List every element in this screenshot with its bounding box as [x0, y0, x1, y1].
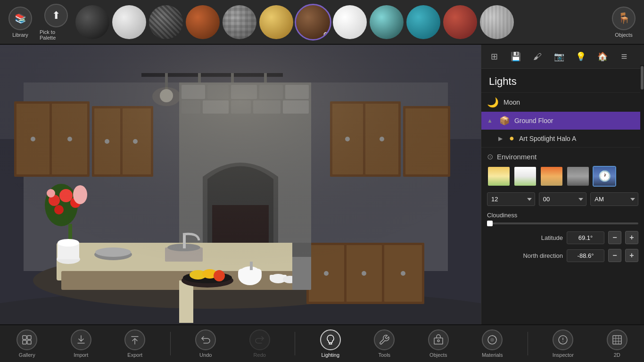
time-ampm-select[interactable]: AMPM: [590, 192, 638, 206]
redo-label: Redo: [254, 352, 266, 358]
art-spotlight-icon: ●: [509, 133, 514, 143]
light-item-moon[interactable]: 🌙 Moon: [481, 93, 644, 112]
latitude-input[interactable]: [567, 231, 604, 244]
material-sphere-7[interactable]: ⚙: [296, 5, 330, 39]
material-sphere-9[interactable]: [370, 5, 404, 39]
light-item-art-spotlight[interactable]: ▶ ● Art Spotlight Halo A: [481, 130, 644, 147]
svg-point-92: [490, 338, 494, 342]
env-sunset-visual: [541, 167, 562, 186]
2d-label: 2D: [614, 352, 620, 358]
objects-bottom-button[interactable]: Objects: [420, 326, 457, 361]
cloudiness-slider-track[interactable]: [487, 222, 638, 224]
import-button[interactable]: Import: [62, 326, 100, 361]
2d-icon: [607, 329, 627, 350]
pick-to-palette-button[interactable]: ⬆ Pick to Palette: [40, 3, 73, 41]
svg-rect-87: [23, 340, 26, 344]
lighting-button[interactable]: Lighting: [312, 326, 349, 361]
env-preset-sunset[interactable]: [540, 166, 563, 187]
cloudiness-slider-row: [487, 222, 638, 224]
time-hour-select[interactable]: 12 123 456 789 1011: [487, 192, 535, 206]
material-sphere-3[interactable]: [149, 5, 183, 39]
objects-bottom-label: Objects: [429, 352, 447, 358]
north-direction-row: North direction − +: [487, 249, 638, 262]
environment-header[interactable]: ⊙ Environment: [487, 152, 638, 161]
env-preset-overcast[interactable]: [566, 166, 590, 187]
inspector-button[interactable]: Inspector: [544, 326, 582, 361]
cloudiness-slider-thumb[interactable]: [487, 221, 493, 226]
materials-label: Materials: [482, 352, 503, 358]
panel-scroll-area[interactable]: 🌙 Moon ▲ 📦 Ground Floor ▶ ● Art Spotligh…: [481, 93, 644, 324]
panel-scrollbar-thumb[interactable]: [641, 66, 644, 90]
material-sphere-2[interactable]: [112, 5, 146, 39]
material-sphere-8[interactable]: [333, 5, 367, 39]
north-direction-increase-button[interactable]: +: [625, 249, 638, 262]
material-sphere-11[interactable]: [443, 5, 477, 39]
divider-2: [295, 332, 295, 355]
svg-rect-88: [27, 340, 31, 344]
env-clock-visual: [594, 167, 615, 186]
materials-icon: [482, 329, 503, 350]
gallery-button[interactable]: Gallery: [8, 326, 46, 361]
time-minute-select[interactable]: 00153045: [539, 192, 587, 206]
north-direction-input[interactable]: [567, 249, 604, 262]
panel-title: Lights: [481, 69, 644, 93]
svg-rect-85: [23, 336, 26, 339]
env-preset-day[interactable]: [487, 166, 511, 187]
env-preset-noon[interactable]: [513, 166, 537, 187]
gear-badge-icon: ⚙: [323, 31, 329, 38]
import-label: Import: [74, 352, 88, 358]
materials-button[interactable]: Materials: [473, 326, 511, 361]
camera-tool[interactable]: 📷: [551, 49, 567, 65]
right-panel: ⊞ 💾 🖌 📷 💡 🏠 ≡ Lights 🌙 Moon ▲ 📦 Ground F…: [481, 45, 644, 324]
viewport[interactable]: [0, 45, 481, 324]
export-icon: [124, 329, 145, 350]
environment-presets: [487, 166, 638, 187]
material-sphere-5[interactable]: [223, 5, 256, 39]
env-preset-clock[interactable]: [593, 166, 616, 187]
environment-section: ⊙ Environment: [481, 147, 644, 272]
pick-palette-icon: ⬆: [44, 4, 68, 27]
svg-rect-84: [0, 45, 481, 324]
list-tool[interactable]: ≡: [616, 49, 632, 65]
north-direction-decrease-button[interactable]: −: [608, 249, 621, 262]
library-label: Library: [12, 32, 28, 38]
material-sphere-12[interactable]: [480, 5, 514, 39]
paint-tool[interactable]: 🖌: [529, 49, 545, 65]
light-item-ground-floor[interactable]: ▲ 📦 Ground Floor: [481, 112, 644, 130]
undo-label: Undo: [199, 352, 212, 358]
environment-chevron-icon: ⊙: [487, 152, 493, 161]
light-tool[interactable]: 💡: [573, 49, 589, 65]
library-button[interactable]: 📚 Library: [4, 3, 37, 41]
svg-point-90: [438, 340, 439, 342]
latitude-decrease-button[interactable]: −: [608, 231, 621, 244]
pick-palette-label: Pick to Palette: [40, 29, 73, 41]
north-direction-label: North direction: [487, 252, 563, 259]
bottom-bar: Gallery Import Export Undo Redo Lighting: [0, 324, 644, 362]
material-sphere-1[interactable]: [75, 5, 109, 39]
material-sphere-10[interactable]: [406, 5, 440, 39]
save-tool[interactable]: 💾: [508, 49, 524, 65]
redo-button[interactable]: Redo: [241, 326, 279, 361]
inspector-icon: [553, 329, 573, 350]
lights-list: 🌙 Moon ▲ 📦 Ground Floor ▶ ● Art Spotligh…: [481, 93, 644, 147]
export-button[interactable]: Export: [116, 326, 154, 361]
panel-scrollbar[interactable]: [640, 65, 644, 324]
art-spotlight-expand-icon: ▶: [498, 135, 503, 142]
2d-button[interactable]: 2D: [598, 326, 636, 361]
objects-button[interactable]: 🪑 Objects: [607, 3, 640, 41]
redo-icon: [249, 329, 270, 350]
floor-plan-tool[interactable]: ⊞: [486, 49, 502, 65]
material-sphere-4[interactable]: [186, 5, 220, 39]
lighting-label: Lighting: [321, 352, 339, 358]
top-material-bar: 📚 Library ⬆ Pick to Palette ⚙ 🪑 Objects: [0, 0, 644, 45]
tools-button[interactable]: Tools: [365, 326, 403, 361]
undo-button[interactable]: Undo: [187, 326, 224, 361]
latitude-increase-button[interactable]: +: [625, 231, 638, 244]
home-tool[interactable]: 🏠: [594, 49, 611, 65]
ground-floor-expand-icon: ▲: [487, 117, 493, 124]
env-overcast-visual: [567, 167, 589, 186]
objects-bottom-icon: [428, 329, 449, 350]
env-day-visual: [488, 167, 510, 186]
export-label: Export: [127, 352, 142, 358]
material-sphere-6[interactable]: [259, 5, 293, 39]
